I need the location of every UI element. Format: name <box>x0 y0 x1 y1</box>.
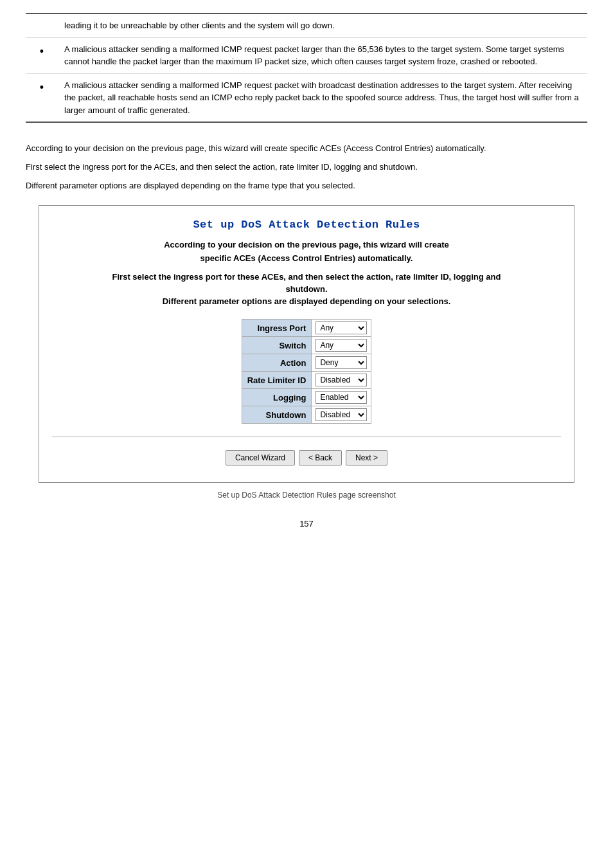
label-action: Action <box>242 354 312 372</box>
input-rate-limiter[interactable]: Disabled 1 2 3 <box>312 372 371 389</box>
page-wrapper: leading it to be unreachable by other cl… <box>0 0 613 554</box>
label-ingress-port: Ingress Port <box>242 320 312 337</box>
form-table: Ingress Port Any Switch Any <box>242 319 372 424</box>
text-1: A malicious attacker sending a malformed… <box>58 37 587 73</box>
wizard-subtitle1: According to your decision on the previo… <box>52 240 561 249</box>
wizard-subtitle4: shutdown. <box>52 284 561 294</box>
field-rate-limiter: Rate Limiter ID Disabled 1 2 3 <box>242 372 371 389</box>
wizard-subtitle5: Different parameter options are displaye… <box>52 296 561 306</box>
text-2: A malicious attacker sending a malformed… <box>58 73 587 122</box>
wizard-caption: Set up DoS Attack Detection Rules page s… <box>26 491 587 500</box>
field-action: Action Deny Allow Filter <box>242 354 371 372</box>
table-row-0: leading it to be unreachable by other cl… <box>26 14 587 37</box>
bullet-0 <box>26 14 58 37</box>
field-ingress-port: Ingress Port Any <box>242 320 371 337</box>
desc-para1: According to your decision on the previo… <box>26 142 587 156</box>
bullet-2: • <box>26 73 58 122</box>
table-row-2: • A malicious attacker sending a malform… <box>26 73 587 122</box>
next-button[interactable]: Next > <box>346 450 387 466</box>
label-switch: Switch <box>242 337 312 354</box>
desc-para2: First select the ingress port for the AC… <box>26 161 587 174</box>
field-switch: Switch Any <box>242 337 371 354</box>
select-shutdown[interactable]: Disabled Enabled <box>315 408 367 421</box>
select-switch[interactable]: Any <box>315 339 367 352</box>
input-logging[interactable]: Enabled Disabled <box>312 389 371 406</box>
select-action[interactable]: Deny Allow Filter <box>315 356 367 369</box>
description-section: According to your decision on the previo… <box>26 142 587 192</box>
bullet-1: • <box>26 37 58 73</box>
label-shutdown: Shutdown <box>242 406 312 424</box>
page-number: 157 <box>26 519 587 529</box>
wizard-subtitle2: specific ACEs (Access Control Entries) a… <box>52 253 561 263</box>
button-row: Cancel Wizard < Back Next > <box>52 444 561 469</box>
form-area: Ingress Port Any Switch Any <box>52 319 561 424</box>
wizard-box: Set up DoS Attack Detection Rules Accord… <box>39 205 574 483</box>
table-row-1: • A malicious attacker sending a malform… <box>26 37 587 73</box>
label-rate-limiter: Rate Limiter ID <box>242 372 312 389</box>
input-ingress-port[interactable]: Any <box>312 320 371 337</box>
input-action[interactable]: Deny Allow Filter <box>312 354 371 372</box>
cancel-wizard-button[interactable]: Cancel Wizard <box>226 450 295 466</box>
desc-para3: Different parameter options are displaye… <box>26 179 587 193</box>
select-ingress-port[interactable]: Any <box>315 321 367 334</box>
top-table: leading it to be unreachable by other cl… <box>26 13 587 123</box>
input-switch[interactable]: Any <box>312 337 371 354</box>
wizard-title: Set up DoS Attack Detection Rules <box>52 219 561 231</box>
text-0: leading it to be unreachable by other cl… <box>58 14 587 37</box>
select-rate-limiter[interactable]: Disabled 1 2 3 <box>315 374 367 386</box>
field-shutdown: Shutdown Disabled Enabled <box>242 406 371 424</box>
input-shutdown[interactable]: Disabled Enabled <box>312 406 371 424</box>
field-logging: Logging Enabled Disabled <box>242 389 371 406</box>
wizard-subtitle3: First select the ingress port for these … <box>52 272 561 282</box>
back-button[interactable]: < Back <box>299 450 342 466</box>
wizard-divider <box>52 437 561 437</box>
label-logging: Logging <box>242 389 312 406</box>
select-logging[interactable]: Enabled Disabled <box>315 391 367 404</box>
